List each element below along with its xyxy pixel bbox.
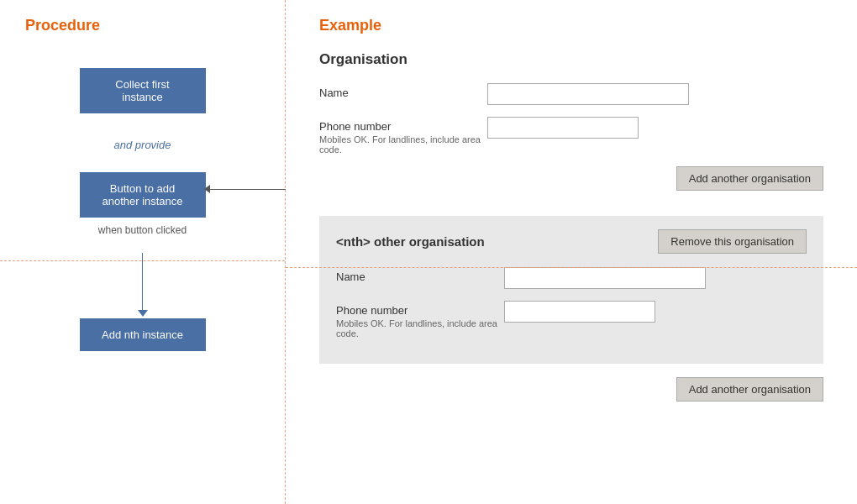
nth-name-input[interactable]	[504, 267, 706, 289]
arrow-left-icon	[204, 185, 210, 193]
horizontal-arrow	[204, 185, 286, 193]
procedure-title: Procedure	[25, 17, 260, 34]
add-nth-label: Add nth instance	[102, 328, 183, 341]
when-clicked-label: when button clicked	[98, 224, 187, 236]
organisation-section: Organisation Name Phone number Mobiles O…	[319, 51, 823, 191]
nth-phone-hint: Mobiles OK. For landlines, include area …	[336, 318, 504, 339]
collect-first-box: Collect first instance	[80, 68, 206, 113]
add-another-button-2[interactable]: Add another organisation	[676, 377, 823, 402]
nth-header: <nth> other organisation Remove this org…	[336, 229, 807, 254]
section-divider	[286, 267, 857, 268]
add-nth-box: Add nth instance	[80, 318, 206, 351]
nth-name-row: Name	[336, 267, 807, 289]
nth-block: <nth> other organisation Remove this org…	[319, 216, 823, 364]
and-provide-text: and provide	[114, 139, 171, 151]
add-another-label: Button to add another instance	[102, 182, 182, 207]
example-title: Example	[319, 17, 823, 34]
collect-first-label: Collect first instance	[115, 78, 169, 103]
example-panel: Example Organisation Name Phone number M…	[286, 0, 857, 504]
horizontal-divider	[0, 260, 285, 261]
organisation-title: Organisation	[319, 51, 823, 68]
flow-container: Collect first instance and provide Butto…	[25, 60, 260, 351]
add-another-box: Button to add another instance	[80, 172, 206, 218]
nth-phone-input[interactable]	[504, 301, 655, 323]
procedure-panel: Procedure Collect first instance and pro…	[0, 0, 286, 504]
nth-title: <nth> other organisation	[336, 234, 485, 249]
nth-phone-row: Phone number Mobiles OK. For landlines, …	[336, 301, 807, 339]
nth-phone-label: Phone number Mobiles OK. For landlines, …	[336, 301, 504, 339]
name-input[interactable]	[487, 83, 689, 105]
h-line	[210, 189, 286, 190]
remove-organisation-button[interactable]: Remove this organisation	[658, 229, 807, 254]
add-another-row-2: Add another organisation	[319, 377, 823, 402]
nth-name-label: Name	[336, 267, 504, 283]
name-label: Name	[319, 83, 487, 99]
phone-input[interactable]	[487, 117, 639, 139]
arrow-container	[80, 253, 206, 312]
add-another-button[interactable]: Add another organisation	[676, 166, 823, 191]
add-another-row: Add another organisation	[319, 166, 823, 191]
phone-row: Phone number Mobiles OK. For landlines, …	[319, 117, 823, 155]
name-row: Name	[319, 83, 823, 105]
phone-hint: Mobiles OK. For landlines, include area …	[319, 134, 487, 155]
phone-label: Phone number Mobiles OK. For landlines, …	[319, 117, 487, 155]
vertical-line	[142, 253, 143, 312]
